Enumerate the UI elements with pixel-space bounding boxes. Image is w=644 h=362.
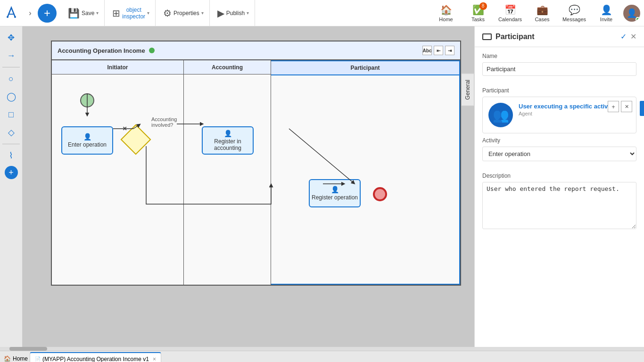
nav-cases[interactable]: 💼 Cases bbox=[527, 0, 557, 26]
panel-actions: ✓ ✕ bbox=[620, 32, 636, 41]
horizontal-scrollbar[interactable] bbox=[0, 347, 644, 351]
end-event[interactable] bbox=[373, 187, 387, 201]
pool-control-shrink[interactable]: ⇤ bbox=[434, 46, 443, 55]
user-avatar[interactable]: 👤 bbox=[623, 5, 640, 22]
invite-icon: 👤 bbox=[601, 4, 612, 16]
move-tool[interactable]: ✥ bbox=[4, 30, 19, 45]
calendars-icon: 📅 bbox=[504, 4, 516, 16]
participant-settings-button[interactable]: ✕ bbox=[621, 101, 632, 112]
toolbar-right: 🏠 Home ✅ 8 Tasks 📅 Calendars 💼 Cases 💬 M… bbox=[431, 0, 640, 26]
nav-forward-arrow[interactable]: › bbox=[25, 8, 36, 19]
save-group[interactable]: 💾 Save ▾ bbox=[62, 0, 105, 26]
nav-home[interactable]: 🏠 Home bbox=[431, 0, 461, 26]
save-chevron: ▾ bbox=[96, 10, 99, 16]
lane-accounting-header: Accounting bbox=[184, 60, 271, 74]
publish-chevron: ▾ bbox=[247, 10, 249, 16]
scroll-thumb[interactable] bbox=[9, 347, 47, 351]
right-panel: Participant ✓ ✕ Name Participant 👥 User … bbox=[474, 26, 644, 347]
panel-title-row: Participant bbox=[482, 33, 535, 41]
object-inspector-group[interactable]: ⊞ objectinspector ▾ bbox=[107, 0, 156, 26]
messages-icon: 💬 bbox=[569, 4, 580, 16]
lane-accounting-content: 👤 Register in accounting bbox=[184, 74, 271, 285]
panel-name-section: Name bbox=[475, 47, 644, 82]
lanes-container: Initiator 👤 Enter operation + bbox=[52, 60, 460, 285]
publish-label: Publish bbox=[226, 10, 245, 16]
home-icon: 🏠 bbox=[440, 4, 452, 16]
description-textarea[interactable]: User who entered the report request. bbox=[482, 182, 636, 229]
task-register-op-icon: 👤 bbox=[331, 186, 339, 193]
participant-card-actions: + ✕ bbox=[608, 101, 632, 112]
activity-select[interactable]: Enter operation Register operation Regis… bbox=[482, 147, 636, 161]
name-input[interactable] bbox=[482, 62, 636, 76]
lane-initiator-header: Initiator bbox=[52, 60, 183, 74]
avatar-online-indicator bbox=[636, 17, 640, 22]
bpmn-diagram: Accounting Operation Income Abc ⇤ ⇥ Init… bbox=[51, 41, 461, 286]
lane-participant: Participant 👤 Register operation bbox=[271, 60, 460, 285]
add-element-tool[interactable]: + bbox=[5, 166, 18, 179]
tasks-badge: 8 bbox=[479, 2, 487, 10]
tab-home[interactable]: 🏠 Home bbox=[4, 355, 28, 362]
general-tab[interactable]: General bbox=[461, 74, 474, 106]
participant-add-button[interactable]: + bbox=[608, 101, 619, 112]
task-register-operation[interactable]: 👤 Register operation bbox=[309, 179, 361, 207]
task-enter-operation[interactable]: 👤 Enter operation bbox=[61, 126, 113, 155]
arrow-tool[interactable]: → bbox=[4, 48, 19, 63]
panel-description-section: Description User who entered the report … bbox=[475, 167, 644, 236]
svg-point-0 bbox=[7, 16, 8, 18]
canvas-area[interactable]: Accounting Operation Income Abc ⇤ ⇥ Init… bbox=[23, 26, 474, 347]
nav-calendars[interactable]: 📅 Calendars bbox=[495, 0, 525, 26]
pool-control-text[interactable]: Abc bbox=[422, 46, 432, 55]
lane-initiator: Initiator 👤 Enter operation + bbox=[52, 60, 184, 285]
properties-label: Properties bbox=[173, 10, 199, 16]
app-logo bbox=[4, 6, 19, 21]
object-inspector-chevron: ▾ bbox=[147, 10, 149, 16]
properties-icon: ⚙ bbox=[163, 8, 172, 19]
tab-accounting-operation[interactable]: 📄 (MYAPP) Accounting Operation Income v1… bbox=[30, 352, 161, 362]
tab-close-button[interactable]: × bbox=[153, 356, 156, 362]
rect-tool[interactable]: □ bbox=[4, 107, 19, 122]
activity-label: Activity bbox=[482, 137, 636, 144]
panel-participant-icon bbox=[482, 33, 492, 40]
pool-control-expand[interactable]: ⇥ bbox=[445, 46, 454, 55]
start-event[interactable] bbox=[80, 93, 94, 107]
pool-header: Accounting Operation Income Abc ⇤ ⇥ bbox=[52, 41, 460, 60]
pool-controls: Abc ⇤ ⇥ bbox=[422, 46, 454, 55]
gateway-label: Accounting involved? bbox=[149, 115, 180, 130]
diamond-tool[interactable]: ◇ bbox=[4, 125, 19, 140]
pool-title: Accounting Operation Income bbox=[58, 47, 145, 54]
properties-group[interactable]: ⚙ Properties ▾ bbox=[157, 0, 210, 26]
note-button[interactable]: 📝 bbox=[640, 101, 644, 116]
panel-header: Participant ✓ ✕ bbox=[475, 26, 644, 47]
nav-invite[interactable]: 👤 Invite bbox=[591, 0, 621, 26]
lane-initiator-content: 👤 Enter operation + Accounting involved? bbox=[52, 74, 183, 285]
save-label: Save bbox=[82, 10, 94, 16]
tool-divider-1 bbox=[2, 67, 20, 67]
cases-icon: 💼 bbox=[537, 4, 548, 16]
save-icon: 💾 bbox=[68, 8, 80, 19]
object-inspector-label: objectinspector bbox=[122, 7, 145, 20]
panel-participant-section: Participant 👥 User executing a specific … bbox=[475, 82, 644, 167]
tasks-icon: ✅ 8 bbox=[472, 4, 484, 16]
description-label: Description bbox=[482, 173, 636, 179]
home-icon-tab: 🏠 bbox=[4, 355, 11, 362]
pool-status-dot bbox=[149, 48, 155, 53]
add-button[interactable]: + bbox=[38, 4, 57, 23]
left-tools: ✥ → ○ ◯ □ ◇ ⌇ + bbox=[0, 26, 23, 347]
publish-group[interactable]: ▶ Publish ▾ bbox=[212, 0, 255, 26]
tab-bar: 🏠 Home 📄 (MYAPP) Accounting Operation In… bbox=[0, 351, 644, 362]
task-register-in-accounting[interactable]: 👤 Register in accounting bbox=[202, 126, 254, 155]
participant-card: 👥 User executing a specific activity Age… bbox=[482, 97, 636, 133]
nav-messages[interactable]: 💬 Messages bbox=[559, 0, 589, 26]
task-user-icon: 👤 bbox=[83, 133, 91, 140]
task-register-icon: 👤 bbox=[224, 130, 232, 137]
oval-tool[interactable]: ◯ bbox=[4, 89, 19, 104]
lane-accounting: Accounting 👤 Register in accounting bbox=[184, 60, 271, 285]
participant-label: Participant bbox=[482, 87, 636, 94]
tool-divider-2 bbox=[2, 144, 20, 144]
tab-app-icon: 📄 bbox=[35, 356, 41, 362]
panel-confirm-button[interactable]: ✓ bbox=[620, 32, 627, 41]
panel-close-button[interactable]: ✕ bbox=[630, 32, 636, 41]
circle-tool[interactable]: ○ bbox=[4, 71, 19, 86]
connector-tool[interactable]: ⌇ bbox=[4, 148, 19, 163]
nav-tasks[interactable]: ✅ 8 Tasks bbox=[463, 0, 493, 26]
